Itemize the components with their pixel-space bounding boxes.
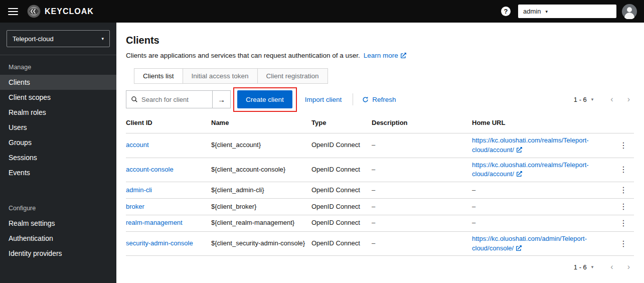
sidebar-item-authentication[interactable]: Authentication	[0, 231, 116, 246]
client-name-cell: ${client_admin-cli}	[211, 182, 311, 199]
user-menu-label: admin	[523, 8, 541, 15]
table-row: account ${client_account} OpenID Connect…	[126, 133, 634, 158]
topbar: KEYCLOAK ? admin ▾	[0, 0, 644, 23]
client-type-cell: OpenID Connect	[311, 215, 372, 231]
refresh-button[interactable]: Refresh	[362, 96, 396, 103]
chevron-down-icon: ▾	[101, 36, 104, 41]
search-icon	[131, 96, 138, 103]
realm-selector[interactable]: Teleport-cloud ▾	[7, 30, 110, 47]
nav-toggle-icon[interactable]	[8, 8, 18, 15]
tab-client-registration[interactable]: Client registration	[258, 69, 328, 83]
learn-more-link[interactable]: Learn more	[364, 52, 406, 59]
row-actions-kebab-button[interactable]: ⋮	[616, 164, 631, 175]
row-actions-kebab-button[interactable]: ⋮	[616, 185, 631, 195]
keycloak-logo-icon	[27, 5, 41, 18]
refresh-label: Refresh	[372, 96, 396, 103]
create-client-button[interactable]: Create client	[237, 90, 292, 108]
tabs: Clients list Initial access token Client…	[134, 68, 328, 84]
sidebar-item-users[interactable]: Users	[0, 120, 116, 135]
page-title: Clients	[126, 35, 634, 46]
client-description-cell: –	[372, 133, 472, 158]
tab-clients-list[interactable]: Clients list	[134, 69, 183, 83]
pagination-next-button[interactable]: ›	[627, 95, 630, 103]
import-client-button[interactable]: Import client	[305, 96, 342, 103]
client-description-cell: –	[372, 199, 472, 215]
col-header-name: Name	[211, 116, 311, 133]
sidebar-item-events[interactable]: Events	[0, 165, 116, 180]
external-link-icon	[398, 52, 406, 59]
external-link-icon	[514, 170, 522, 178]
sidebar-item-clients[interactable]: Clients	[0, 75, 116, 90]
sidebar-item-realm-settings[interactable]: Realm settings	[0, 216, 116, 231]
client-id-link[interactable]: admin-cli	[126, 186, 152, 194]
search-box	[126, 90, 212, 108]
nav-gap	[0, 180, 116, 196]
client-id-link[interactable]: account	[126, 141, 149, 149]
col-header-description: Description	[372, 116, 472, 133]
nav-section-manage: Manage	[0, 55, 116, 75]
table-row: security-admin-console ${client_security…	[126, 231, 634, 256]
col-header-actions	[616, 116, 634, 133]
bottom-pagination: 1 - 6 ▾ ‹ ›	[126, 263, 634, 271]
row-actions-kebab-button[interactable]: ⋮	[616, 140, 631, 151]
toolbar-divider	[353, 93, 353, 105]
home-url-link[interactable]: https://kc.oluoshati.com/realms/Teleport…	[472, 136, 589, 154]
client-id-link[interactable]: broker	[126, 203, 144, 210]
search-input[interactable]	[141, 96, 204, 103]
chevron-down-icon: ▾	[545, 9, 548, 14]
sidebar-item-sessions[interactable]: Sessions	[0, 150, 116, 165]
external-link-icon	[514, 146, 522, 154]
client-name-cell: ${client_account}	[211, 133, 311, 158]
keycloak-logo[interactable]: KEYCLOAK	[27, 5, 94, 18]
external-link-icon	[514, 244, 522, 252]
home-url-cell: https://kc.oluoshati.com/realms/Teleport…	[472, 158, 616, 182]
pagination-menu-toggle[interactable]: 1 - 6 ▾	[574, 96, 594, 103]
client-type-cell: OpenID Connect	[311, 199, 372, 215]
pagination-range-label: 1 - 6	[574, 263, 587, 271]
home-url-cell: –	[472, 215, 616, 231]
col-header-type: Type	[311, 116, 372, 133]
client-type-cell: OpenID Connect	[311, 158, 372, 182]
row-actions-kebab-button[interactable]: ⋮	[616, 238, 631, 249]
page-subtitle-text: Clients are applications and services th…	[126, 52, 360, 59]
search-submit-button[interactable]: →	[212, 90, 231, 108]
client-name-cell: ${client_realm-management}	[211, 215, 311, 231]
sidebar-item-realm-roles[interactable]: Realm roles	[0, 105, 116, 120]
sidebar-item-groups[interactable]: Groups	[0, 135, 116, 150]
table-row: realm-management ${client_realm-manageme…	[126, 215, 634, 231]
chevron-down-icon: ▾	[591, 97, 594, 102]
client-description-cell: –	[372, 158, 472, 182]
sidebar-item-identity-providers[interactable]: Identity providers	[0, 246, 116, 261]
avatar[interactable]	[622, 4, 637, 19]
help-icon[interactable]: ?	[501, 7, 511, 16]
client-description-cell: –	[372, 215, 472, 231]
row-actions-kebab-button[interactable]: ⋮	[616, 201, 631, 212]
pagination-menu-toggle[interactable]: 1 - 6 ▾	[574, 263, 594, 271]
home-url-link[interactable]: https://kc.oluoshati.com/realms/Teleport…	[472, 161, 589, 178]
pagination-prev-button[interactable]: ‹	[610, 95, 613, 103]
toolbar-pagination: 1 - 6 ▾ ‹ ›	[574, 95, 634, 103]
create-client-wrap: Create client	[237, 90, 292, 108]
client-name-cell: ${client_security-admin-console}	[211, 231, 311, 256]
sidebar-nav: Manage Clients Client scopes Realm roles…	[0, 55, 116, 261]
sidebar-item-client-scopes[interactable]: Client scopes	[0, 90, 116, 105]
page-subtitle: Clients are applications and services th…	[126, 52, 634, 59]
pagination-prev-button[interactable]: ‹	[610, 263, 613, 271]
client-id-link[interactable]: realm-management	[126, 219, 183, 226]
user-menu-dropdown[interactable]: admin ▾	[518, 5, 616, 18]
client-type-cell: OpenID Connect	[311, 182, 372, 199]
home-url-cell: https://kc.oluoshati.com/realms/Teleport…	[472, 133, 616, 158]
home-url-cell: –	[472, 199, 616, 215]
row-actions-kebab-button[interactable]: ⋮	[616, 218, 631, 228]
refresh-icon	[362, 96, 369, 103]
pagination-next-button[interactable]: ›	[627, 263, 630, 271]
client-type-cell: OpenID Connect	[311, 133, 372, 158]
client-type-cell: OpenID Connect	[311, 231, 372, 256]
brand-text: KEYCLOAK	[45, 7, 94, 16]
tab-initial-access-token[interactable]: Initial access token	[183, 69, 258, 83]
table-row: account-console ${client_account-console…	[126, 158, 634, 182]
home-url-link[interactable]: https://kc.oluoshati.com/admin/Teleport-…	[472, 235, 587, 252]
client-id-link[interactable]: security-admin-console	[126, 239, 193, 247]
client-description-cell: –	[372, 231, 472, 256]
client-id-link[interactable]: account-console	[126, 166, 174, 173]
